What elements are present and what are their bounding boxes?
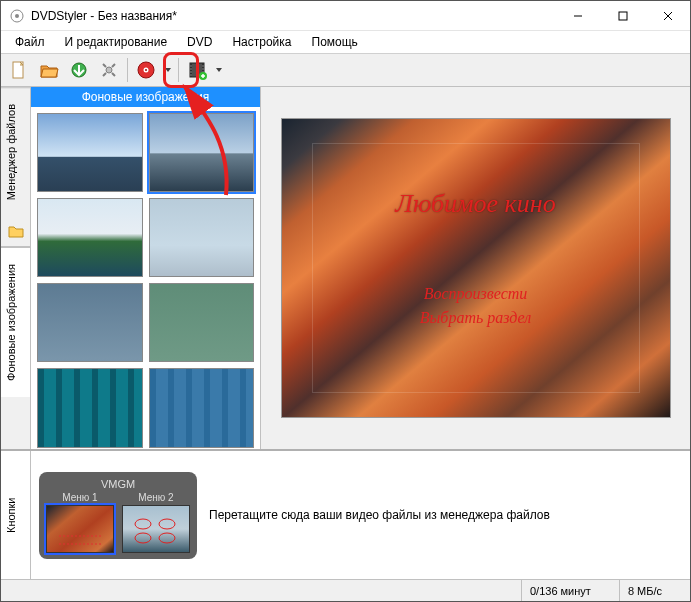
timeline-drop-hint: Перетащите сюда ваши видео файлы из мене… [209,508,550,522]
svg-point-8 [106,67,112,73]
tab-backgrounds[interactable]: Фоновые изображения [1,247,30,397]
open-project-button[interactable] [35,56,63,84]
app-icon [9,8,25,24]
bg-thumb-blue-gradient[interactable] [37,283,143,362]
vmgm-label: VMGM [101,478,135,490]
menu-help[interactable]: Помощь [304,33,366,51]
vmgm-container: VMGM Меню 1Меню 2 [39,472,197,559]
svg-point-32 [135,533,151,543]
svg-point-11 [145,69,147,71]
menu-thumb[interactable] [46,505,114,553]
new-project-button[interactable] [5,56,33,84]
status-bitrate: 8 МБ/с [619,580,690,601]
menu-settings[interactable]: Настройка [224,33,299,51]
timeline-area: Кнопки VMGM Меню 1Меню 2 Перетащите сюда… [1,449,690,579]
status-duration: 0/136 минут [521,580,619,601]
backgrounds-scroll[interactable] [31,107,260,449]
svg-point-31 [159,519,175,529]
window-controls [555,1,690,30]
backgrounds-header: Фоновые изображения [31,87,260,107]
menu-dvd[interactable]: DVD [179,33,220,51]
bg-thumb-island-green[interactable] [37,198,143,277]
menu-edit[interactable]: И редактирование [57,33,176,51]
timeline-content[interactable]: VMGM Меню 1Меню 2 Перетащите сюда ваши в… [31,451,690,579]
svg-marker-12 [165,68,171,72]
menu-thumb[interactable] [122,505,190,553]
menu-tile-2[interactable]: Меню 2 [121,492,191,553]
bg-thumb-sky-clouds[interactable] [37,113,143,192]
toolbar [1,53,690,87]
titlebar: DVDStyler - Без названия* [1,1,690,31]
tab-file-manager[interactable]: Менеджер файлов [1,87,30,216]
menubar: Файл И редактирование DVD Настройка Помо… [1,31,690,53]
toolbar-separator [127,58,128,82]
menu-preview[interactable]: Любимое кино Воспроизвести Выбрать разде… [281,118,671,418]
svg-point-30 [135,519,151,529]
bg-thumb-clouds-gray[interactable] [149,198,255,277]
preview-pane: Любимое кино Воспроизвести Выбрать разде… [261,87,690,449]
bg-thumb-green-gradient[interactable] [149,283,255,362]
add-video-button[interactable] [183,56,211,84]
backgrounds-panel: Фоновые изображения [31,87,261,449]
sidebar-tabs: Менеджер файлов Фоновые изображения [1,87,31,449]
svg-point-1 [15,14,19,18]
svg-point-33 [159,533,175,543]
menu-tile-label: Меню 2 [138,492,173,503]
minimize-button[interactable] [555,1,600,30]
maximize-button[interactable] [600,1,645,30]
toolbar-separator-2 [178,58,179,82]
main-area: Менеджер файлов Фоновые изображения Фоно… [1,87,690,449]
burn-dropdown[interactable] [162,66,174,74]
tab-buttons[interactable]: Кнопки [1,451,30,579]
add-video-dropdown[interactable] [213,66,225,74]
svg-rect-3 [619,12,627,20]
settings-button[interactable] [95,56,123,84]
window-title: DVDStyler - Без названия* [31,9,555,23]
statusbar: 0/136 минут 8 МБ/с [1,579,690,601]
bg-thumb-teal-stripes[interactable] [37,368,143,447]
bg-thumb-ship-sea[interactable] [149,113,255,192]
menu-tile-1[interactable]: Меню 1 [45,492,115,553]
svg-marker-27 [216,68,222,72]
close-button[interactable] [645,1,690,30]
menu-file[interactable]: Файл [7,33,53,51]
menu-tile-label: Меню 1 [62,492,97,503]
timeline-tabs: Кнопки [1,451,31,579]
app-window: DVDStyler - Без названия* Файл И редакти… [0,0,691,602]
bg-thumb-blue-stripes[interactable] [149,368,255,447]
burn-disc-button[interactable] [132,56,160,84]
safe-area-guide [312,143,640,393]
save-project-button[interactable] [65,56,93,84]
tab-folder-icon[interactable] [1,216,30,247]
